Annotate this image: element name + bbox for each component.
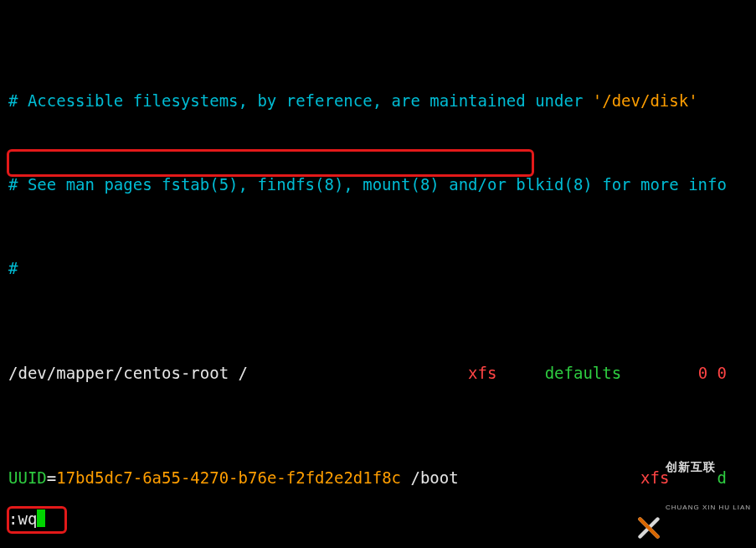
- comment-text: # Accessible filesystems, by reference, …: [8, 91, 593, 110]
- fstab-entry-root: /dev/mapper/centos-root / xfs defaults 0…: [8, 363, 756, 384]
- highlight-box: [7, 149, 534, 177]
- device: /dev/mapper/centos-root /: [8, 364, 248, 382]
- mount-point: /boot: [401, 468, 459, 487]
- comment-path: '/dev/disk': [593, 91, 698, 110]
- fstype: xfs: [468, 364, 496, 382]
- dump-pass: 0 0: [698, 364, 727, 382]
- vim-command: :wq: [8, 509, 37, 528]
- watermark: 创新互联 CHUANG XIN HU LIAN: [637, 429, 751, 543]
- vim-command-line[interactable]: :wq: [8, 509, 45, 530]
- watermark-title: 创新互联: [666, 461, 751, 473]
- fstab-comment-line: #: [8, 258, 756, 279]
- comment-text: #: [8, 259, 18, 277]
- watermark-logo-icon: [637, 474, 661, 498]
- options: defaults: [545, 364, 622, 382]
- uuid-value: 17bd5dc7-6a55-4270-b76e-f2fd2e2d1f8c: [56, 468, 401, 487]
- uuid-label: UUID: [8, 468, 47, 487]
- eq: =: [47, 468, 56, 487]
- terminal-editor[interactable]: # Accessible filesystems, by reference, …: [0, 0, 756, 548]
- fstab-comment-line: # See man pages fstab(5), findfs(8), mou…: [8, 174, 756, 195]
- watermark-sub: CHUANG XIN HU LIAN: [666, 504, 751, 511]
- fstab-comment-line: # Accessible filesystems, by reference, …: [8, 90, 756, 111]
- cursor-icon: [37, 509, 45, 527]
- comment-text: # See man pages fstab(5), findfs(8), mou…: [8, 175, 727, 194]
